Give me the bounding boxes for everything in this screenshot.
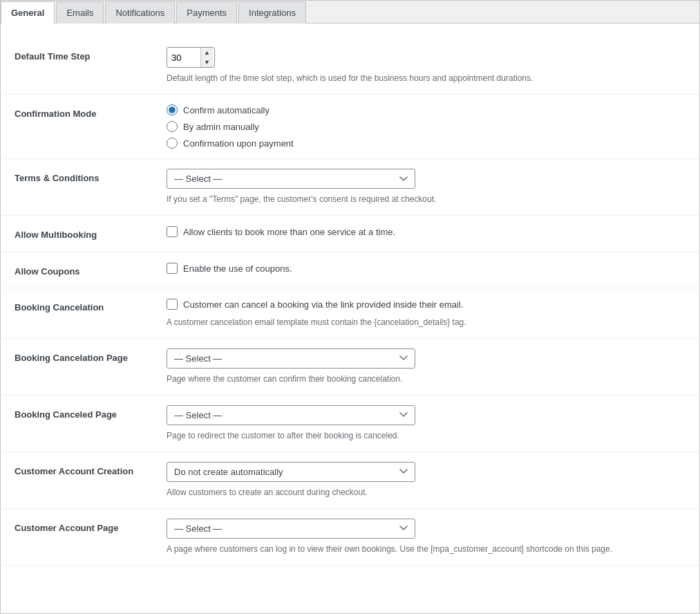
label-allow-coupons: Allow Coupons xyxy=(15,262,167,279)
control-confirmation-mode: Confirm automatically By admin manually … xyxy=(167,104,685,149)
radio-option-admin[interactable]: By admin manually xyxy=(167,121,685,132)
tab-general[interactable]: General xyxy=(1,1,55,24)
setting-terms-conditions: Terms & Conditions — Select — If you set… xyxy=(1,159,699,216)
multibooking-checkbox-option[interactable]: Allow clients to book more than one serv… xyxy=(167,225,685,239)
cancelation-checkbox-option[interactable]: Customer can cancel a booking via the li… xyxy=(167,298,685,312)
label-booking-cancelation: Booking Cancelation xyxy=(15,298,167,315)
label-allow-multibooking: Allow Multibooking xyxy=(15,225,167,242)
desc-booking-cancelation-page: Page where the customer can confirm thei… xyxy=(167,373,685,385)
coupons-checkbox[interactable] xyxy=(167,263,178,274)
setting-booking-cancelation: Booking Cancelation Customer can cancel … xyxy=(1,288,699,339)
radio-auto[interactable] xyxy=(167,104,178,115)
label-customer-account-page: Customer Account Page xyxy=(15,519,167,535)
radio-label-admin: By admin manually xyxy=(183,122,259,132)
setting-allow-multibooking: Allow Multibooking Allow clients to book… xyxy=(1,216,699,252)
desc-customer-account-creation: Allow customers to create an account dur… xyxy=(167,486,685,499)
radio-payment[interactable] xyxy=(167,138,178,149)
setting-customer-account-creation: Customer Account Creation Do not create … xyxy=(1,452,699,509)
setting-confirmation-mode: Confirmation Mode Confirm automatically … xyxy=(1,95,699,159)
tab-emails[interactable]: Emails xyxy=(56,1,104,24)
radio-label-payment: Confirmation upon payment xyxy=(183,138,294,149)
control-terms-conditions: — Select — If you set a "Terms" page, th… xyxy=(167,169,685,205)
cancelation-checkbox[interactable] xyxy=(167,299,178,310)
radio-admin[interactable] xyxy=(167,121,178,132)
time-step-input[interactable] xyxy=(167,50,200,66)
radio-label-auto: Confirm automatically xyxy=(183,105,269,115)
control-default-time-step: ▲ ▼ Default length of the time slot step… xyxy=(167,47,685,84)
canceled-page-select[interactable]: — Select — xyxy=(167,405,415,425)
multibooking-checkbox-label: Allow clients to book more than one serv… xyxy=(183,225,395,239)
desc-terms-conditions: If you set a "Terms" page, the customer'… xyxy=(167,193,685,205)
time-step-decrement[interactable]: ▼ xyxy=(201,57,213,67)
control-allow-multibooking: Allow clients to book more than one serv… xyxy=(167,225,685,239)
radio-option-auto[interactable]: Confirm automatically xyxy=(167,104,685,115)
setting-booking-canceled-page: Booking Canceled Page — Select — Page to… xyxy=(1,396,699,452)
time-step-spinners: ▲ ▼ xyxy=(200,48,213,67)
label-customer-account-creation: Customer Account Creation xyxy=(15,462,167,478)
tabs-bar: General Emails Notifications Payments In… xyxy=(1,1,699,24)
setting-default-time-step: Default Time Step ▲ ▼ Default length of … xyxy=(1,37,699,95)
coupons-checkbox-option[interactable]: Enable the use of coupons. xyxy=(167,262,685,276)
confirmation-mode-radio-group: Confirm automatically By admin manually … xyxy=(167,104,685,149)
radio-option-payment[interactable]: Confirmation upon payment xyxy=(167,138,685,149)
control-booking-cancelation-page: — Select — Page where the customer can c… xyxy=(167,348,685,385)
setting-allow-coupons: Allow Coupons Enable the use of coupons. xyxy=(1,252,699,289)
account-page-select[interactable]: — Select — xyxy=(167,519,415,539)
desc-booking-cancelation: A customer cancelation email template mu… xyxy=(167,316,685,328)
control-customer-account-page: — Select — A page where customers can lo… xyxy=(167,519,685,555)
control-customer-account-creation: Do not create automatically Create autom… xyxy=(167,462,685,499)
tab-integrations[interactable]: Integrations xyxy=(238,1,306,24)
coupons-checkbox-label: Enable the use of coupons. xyxy=(183,262,292,276)
control-booking-cancelation: Customer can cancel a booking via the li… xyxy=(167,298,685,328)
cancelation-checkbox-label: Customer can cancel a booking via the li… xyxy=(183,298,463,312)
terms-conditions-select[interactable]: — Select — xyxy=(167,169,415,189)
label-confirmation-mode: Confirmation Mode xyxy=(15,104,167,121)
time-step-increment[interactable]: ▲ xyxy=(201,48,213,57)
label-default-time-step: Default Time Step xyxy=(15,47,167,64)
settings-page: General Emails Notifications Payments In… xyxy=(0,0,700,614)
account-creation-select[interactable]: Do not create automatically Create autom… xyxy=(167,462,415,482)
setting-customer-account-page: Customer Account Page — Select — A page … xyxy=(1,509,699,566)
control-booking-canceled-page: — Select — Page to redirect the customer… xyxy=(167,405,685,442)
number-input-wrap-time-step: ▲ ▼ xyxy=(167,47,215,68)
desc-booking-canceled-page: Page to redirect the customer to after t… xyxy=(167,429,685,442)
desc-default-time-step: Default length of the time slot step, wh… xyxy=(167,72,685,84)
cancelation-page-select[interactable]: — Select — xyxy=(167,348,415,369)
tab-payments[interactable]: Payments xyxy=(176,1,237,24)
label-terms-conditions: Terms & Conditions xyxy=(15,169,167,185)
label-booking-canceled-page: Booking Canceled Page xyxy=(15,405,167,422)
control-allow-coupons: Enable the use of coupons. xyxy=(167,262,685,276)
desc-customer-account-page: A page where customers can log in to vie… xyxy=(167,543,685,555)
label-booking-cancelation-page: Booking Cancelation Page xyxy=(15,348,167,365)
tab-notifications[interactable]: Notifications xyxy=(105,1,175,24)
multibooking-checkbox[interactable] xyxy=(167,226,178,237)
setting-booking-cancelation-page: Booking Cancelation Page — Select — Page… xyxy=(1,339,699,396)
settings-form: Default Time Step ▲ ▼ Default length of … xyxy=(1,24,699,579)
